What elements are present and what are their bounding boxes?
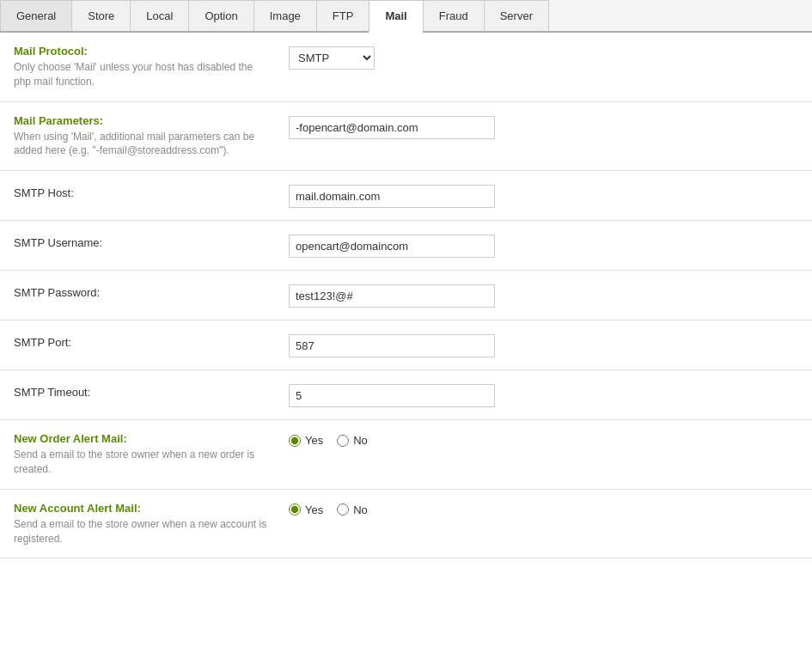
new-account-alert-no-text: No xyxy=(353,503,368,516)
smtp-timeout-control xyxy=(289,382,798,407)
smtp-username-label: SMTP Username: xyxy=(14,233,289,249)
mail-protocol-label: Mail Protocol: Only choose 'Mail' unless… xyxy=(14,45,289,89)
new-order-alert-no-label[interactable]: No xyxy=(337,434,368,447)
mail-parameters-label: Mail Parameters: When using 'Mail', addi… xyxy=(14,114,289,159)
form-content: Mail Protocol: Only choose 'Mail' unless… xyxy=(0,33,812,558)
smtp-host-row: SMTP Host: xyxy=(0,171,812,221)
smtp-password-control xyxy=(289,283,798,308)
smtp-timeout-title: SMTP Timeout: xyxy=(14,382,272,399)
new-order-alert-no-text: No xyxy=(353,434,368,447)
mail-parameters-desc: When using 'Mail', additional mail param… xyxy=(14,130,272,159)
smtp-password-row: SMTP Password: xyxy=(0,271,812,320)
tab-ftp[interactable]: FTP xyxy=(316,0,369,31)
smtp-timeout-label: SMTP Timeout: xyxy=(14,382,289,399)
mail-parameters-input[interactable] xyxy=(289,116,495,139)
mail-protocol-desc: Only choose 'Mail' unless your host has … xyxy=(14,60,272,89)
new-account-alert-row: New Account Alert Mail: Send a email to … xyxy=(0,490,812,559)
tab-option[interactable]: Option xyxy=(188,0,253,31)
smtp-port-row: SMTP Port: xyxy=(0,320,812,370)
smtp-password-label: SMTP Password: xyxy=(14,283,289,299)
smtp-timeout-input[interactable] xyxy=(289,384,495,407)
tab-local[interactable]: Local xyxy=(130,0,188,31)
new-order-alert-row: New Order Alert Mail: Send a email to th… xyxy=(0,420,812,490)
new-order-alert-control: Yes No xyxy=(289,432,798,447)
smtp-username-row: SMTP Username: xyxy=(0,221,812,271)
new-account-alert-desc: Send a email to the store owner when a n… xyxy=(14,517,272,546)
smtp-host-input[interactable] xyxy=(289,185,495,208)
smtp-password-title: SMTP Password: xyxy=(14,283,272,299)
smtp-host-control xyxy=(289,183,798,208)
smtp-port-input[interactable] xyxy=(289,334,495,357)
tab-mail[interactable]: Mail xyxy=(369,0,422,33)
new-order-alert-yes-text: Yes xyxy=(305,434,323,447)
mail-protocol-control: Mail SMTP xyxy=(289,45,798,70)
mail-parameters-control xyxy=(289,114,798,139)
new-account-alert-yes-text: Yes xyxy=(305,503,323,516)
new-order-alert-no-radio[interactable] xyxy=(337,435,349,447)
new-order-alert-yes-radio[interactable] xyxy=(289,435,301,447)
mail-protocol-select[interactable]: Mail SMTP xyxy=(289,46,375,70)
mail-protocol-row: Mail Protocol: Only choose 'Mail' unless… xyxy=(0,33,812,102)
new-order-alert-label: New Order Alert Mail: Send a email to th… xyxy=(14,432,289,477)
new-order-alert-title: New Order Alert Mail: xyxy=(14,432,272,445)
smtp-port-control xyxy=(289,332,798,357)
tab-bar: General Store Local Option Image FTP Mai… xyxy=(0,0,812,33)
smtp-port-title: SMTP Port: xyxy=(14,332,272,349)
new-account-alert-title: New Account Alert Mail: xyxy=(14,502,272,515)
new-account-alert-yes-label[interactable]: Yes xyxy=(289,503,323,516)
mail-parameters-title: Mail Parameters: xyxy=(14,114,272,127)
smtp-host-title: SMTP Host: xyxy=(14,183,272,199)
new-order-alert-desc: Send a email to the store owner when a n… xyxy=(14,448,272,477)
tab-fraud[interactable]: Fraud xyxy=(423,0,484,31)
smtp-password-input[interactable] xyxy=(289,284,495,308)
smtp-username-input[interactable] xyxy=(289,235,495,258)
new-account-alert-no-radio[interactable] xyxy=(337,503,349,516)
smtp-host-label: SMTP Host: xyxy=(14,183,289,199)
new-account-alert-label: New Account Alert Mail: Send a email to … xyxy=(14,502,289,546)
new-order-alert-yes-label[interactable]: Yes xyxy=(289,434,323,447)
smtp-username-title: SMTP Username: xyxy=(14,233,272,249)
smtp-port-label: SMTP Port: xyxy=(14,332,289,349)
new-account-alert-radio-group: Yes No xyxy=(289,503,368,516)
new-order-alert-radio-group: Yes No xyxy=(289,434,368,447)
new-account-alert-control: Yes No xyxy=(289,502,798,516)
tab-store[interactable]: Store xyxy=(71,0,130,31)
new-account-alert-no-label[interactable]: No xyxy=(337,503,368,516)
tab-image[interactable]: Image xyxy=(253,0,316,31)
tab-general[interactable]: General xyxy=(0,0,71,31)
mail-parameters-row: Mail Parameters: When using 'Mail', addi… xyxy=(0,102,812,172)
new-account-alert-yes-radio[interactable] xyxy=(289,503,301,516)
mail-protocol-title: Mail Protocol: xyxy=(14,45,272,58)
smtp-username-control xyxy=(289,233,798,258)
smtp-timeout-row: SMTP Timeout: xyxy=(0,370,812,420)
tab-server[interactable]: Server xyxy=(484,0,549,31)
